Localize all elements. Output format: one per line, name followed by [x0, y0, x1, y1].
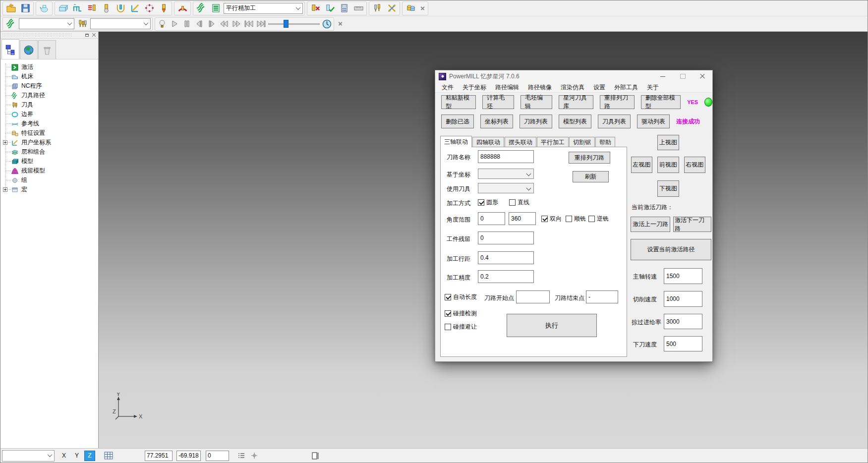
angle-to-input[interactable]: [509, 212, 536, 225]
spindle-speed-input[interactable]: [664, 268, 702, 284]
pattern-icon[interactable]: [143, 2, 156, 14]
tree-item-models[interactable]: 模型: [5, 157, 98, 166]
cursor-z-input[interactable]: [206, 451, 229, 461]
cursor-y-input[interactable]: [176, 451, 201, 461]
rearrange-button[interactable]: 重排列刀路: [569, 152, 610, 164]
tree-item-levels-sets[interactable]: 层和组合: [5, 147, 98, 157]
climb-mill-checkbox[interactable]: 顺铣: [566, 215, 586, 223]
tab-3axis[interactable]: 三轴联动: [440, 136, 472, 147]
menu-path-mirror[interactable]: 路径镜像: [523, 82, 556, 93]
open-file-icon[interactable]: [4, 2, 17, 14]
menu-about-coords[interactable]: 关于坐标: [458, 82, 491, 93]
create-tool-icon[interactable]: [100, 2, 113, 14]
tree-item-nc-programs[interactable]: NC程序: [5, 81, 98, 91]
panel-grip[interactable]: [0, 32, 98, 39]
fast-forward-icon[interactable]: [231, 19, 242, 29]
menu-settings[interactable]: 设置: [589, 82, 610, 93]
collision-avoid-checkbox[interactable]: 碰撞避让: [445, 323, 477, 331]
tree-item-macros[interactable]: 宏: [5, 185, 98, 194]
tab-web-view[interactable]: [20, 40, 38, 59]
sim-program-combo[interactable]: [19, 18, 74, 29]
paste-new-model-button[interactable]: 粘贴新模型: [441, 95, 476, 109]
light-bulb-icon[interactable]: [157, 19, 168, 29]
axis-y-button[interactable]: Y: [71, 451, 82, 461]
model-list-button[interactable]: 模型列表: [559, 115, 591, 128]
feed-rate-icon[interactable]: [71, 2, 84, 14]
tree-item-toolpaths[interactable]: 刀具路径: [5, 91, 98, 100]
panel-float-icon[interactable]: [84, 32, 90, 38]
close-toolbar-icon[interactable]: [336, 20, 344, 28]
transform-icon[interactable]: [385, 2, 398, 14]
go-to-start-icon[interactable]: [243, 19, 254, 29]
step-back-icon[interactable]: [194, 19, 205, 29]
drilling-icon[interactable]: [157, 2, 170, 14]
circular-checkbox[interactable]: 圆形: [478, 198, 498, 207]
clock-icon[interactable]: [321, 19, 332, 29]
activate-next-button[interactable]: 激活下一刀路: [673, 217, 711, 232]
workplane-icon[interactable]: [128, 2, 141, 14]
go-to-end-icon[interactable]: [256, 19, 267, 29]
minimize-icon[interactable]: [653, 71, 673, 82]
block-edit-button[interactable]: 毛坯编辑: [521, 95, 552, 109]
tree-item-tools[interactable]: 刀具: [5, 100, 98, 110]
tab-help[interactable]: 帮助: [595, 137, 615, 147]
auto-length-checkbox[interactable]: 自动长度: [445, 293, 477, 301]
tab-parallel[interactable]: 平行加工: [537, 137, 569, 147]
tool-library-button[interactable]: 星河刀具库: [559, 95, 593, 109]
axis-z-button[interactable]: Z: [84, 451, 95, 461]
skim-feed-input[interactable]: [664, 314, 702, 329]
stepover-input[interactable]: [478, 251, 534, 264]
tree-item-stock-models[interactable]: 残留模型: [5, 166, 98, 175]
rearrange-toolpaths-button[interactable]: 重排列刀路: [600, 95, 635, 109]
tree-item-activate[interactable]: 激活: [5, 62, 98, 72]
tool-list-button[interactable]: 刀具列表: [598, 115, 631, 128]
sim-tool-combo[interactable]: [90, 18, 151, 29]
active-toolpath-combo[interactable]: 平行精加工: [224, 3, 303, 14]
end-point-input[interactable]: [586, 290, 618, 303]
tab-4axis[interactable]: 四轴联动: [472, 137, 504, 147]
maximize-icon[interactable]: [673, 71, 693, 82]
measure-icon[interactable]: [352, 2, 365, 14]
tree-item-machine[interactable]: 机床: [5, 72, 98, 81]
view-right-button[interactable]: 右视图: [684, 157, 705, 173]
tree-item-boundaries[interactable]: 边界: [5, 110, 98, 119]
tab-recycle-bin[interactable]: [38, 40, 56, 59]
angle-from-input[interactable]: [478, 212, 505, 225]
tolerance-input[interactable]: [478, 270, 534, 283]
use-tool-select[interactable]: [478, 183, 534, 193]
close-toolbar-icon[interactable]: [418, 4, 426, 12]
simulation-speed-slider[interactable]: [268, 19, 320, 28]
rapid-moves-icon[interactable]: [85, 2, 98, 14]
list-icon[interactable]: [236, 451, 247, 461]
checkbox-icon[interactable]: [445, 294, 451, 300]
tree-item-feature-sets[interactable]: 特征设置: [5, 128, 98, 138]
expand-icon[interactable]: [3, 140, 7, 145]
delete-tool-icon[interactable]: [309, 2, 322, 14]
calculator-icon[interactable]: [338, 2, 350, 14]
stock-allowance-input[interactable]: [478, 232, 534, 244]
leads-and-links-icon[interactable]: [114, 2, 127, 14]
tree-item-workplanes[interactable]: 用户坐标系: [5, 138, 98, 147]
delete-selected-button[interactable]: 删除已选: [441, 115, 474, 128]
checkbox-icon[interactable]: [445, 310, 451, 317]
accept-tool-icon[interactable]: [323, 2, 336, 14]
start-point-input[interactable]: [516, 290, 550, 303]
drive-list-button[interactable]: 驱动列表: [637, 115, 670, 128]
delete-all-models-button[interactable]: 删除全部模型: [641, 95, 681, 109]
print-icon[interactable]: [38, 2, 51, 14]
panel-close-icon[interactable]: [91, 32, 97, 38]
menu-about[interactable]: 关于: [642, 82, 663, 93]
refresh-button[interactable]: 刷新: [573, 171, 609, 182]
view-bottom-button[interactable]: 下视图: [657, 180, 679, 197]
statusbar-combo[interactable]: [2, 450, 55, 462]
expand-icon[interactable]: [3, 187, 7, 192]
checkbox-icon[interactable]: [588, 216, 595, 222]
save-icon[interactable]: [19, 2, 32, 14]
menu-render-sim[interactable]: 渲染仿真: [556, 82, 589, 93]
toolpath-list-button[interactable]: 刀路列表: [520, 115, 552, 128]
tree-item-groups[interactable]: 组: [5, 175, 98, 185]
display-icon[interactable]: [309, 451, 322, 461]
close-icon[interactable]: [693, 71, 712, 82]
checkbox-icon[interactable]: [478, 199, 484, 206]
view-front-button[interactable]: 前视图: [657, 157, 679, 173]
